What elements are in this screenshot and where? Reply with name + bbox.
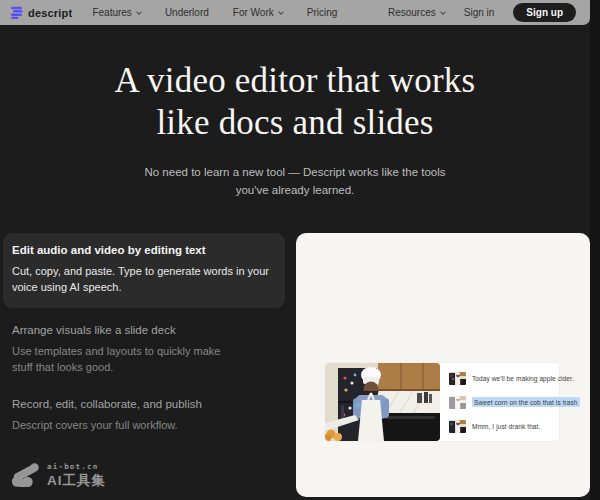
hero-title: A video editor that works like docs and … [0,60,590,144]
nav-item-underlord[interactable]: Underlord [165,7,209,18]
chevron-down-icon [440,9,446,15]
video-player-thumbnail [325,363,440,441]
scrollbar-track[interactable] [590,0,600,500]
transcript-text: Mmm, I just drank that. [472,423,540,430]
feature-title: Arrange visuals like a slide deck [12,324,271,336]
watermark: ai-bot.cn AI工具集 [10,460,106,491]
nav-item-label: Pricing [307,7,338,18]
transcript-row: Today we'll be making apple cider. [449,372,580,385]
ai-bot-logo-icon [10,460,41,491]
sign-in-link[interactable]: Sign in [464,7,495,18]
hero-subtitle-line1: No need to learn a new tool — Descript w… [144,166,445,178]
transcript-row-highlighted: Sweet corn on the cob that is trash [449,396,580,409]
feature-item-workflow[interactable]: Record, edit, collaborate, and publish D… [3,398,285,433]
sign-up-button[interactable]: Sign up [513,3,576,22]
watermark-text: ai-bot.cn AI工具集 [47,462,106,490]
nav-item-pricing[interactable]: Pricing [307,7,338,18]
watermark-title: AI工具集 [47,472,106,490]
feature-item-edit-by-text[interactable]: Edit audio and video by editing text Cut… [3,233,285,308]
feature-item-slide-deck[interactable]: Arrange visuals like a slide deck Use te… [3,324,285,375]
top-nav: descript Features Underlord For Work Pri… [0,0,590,25]
transcript-text-selected: Sweet corn on the cob that is trash [472,397,580,407]
brand-home-link[interactable]: descript [10,6,72,19]
feature-title: Record, edit, collaborate, and publish [12,398,271,410]
feature-body: Descript covers your full workflow. [12,417,244,433]
feature-title: Edit audio and video by editing text [12,244,271,256]
demo-panel: Today we'll be making apple cider. Sweet… [296,233,590,497]
feature-list: Edit audio and video by editing text Cut… [3,233,285,433]
nav-item-label: For Work [233,7,274,18]
brand-name: descript [28,7,72,19]
chevron-down-icon [278,9,284,15]
nav-item-resources[interactable]: Resources [388,7,445,18]
chef-kitchen-illustration [325,363,440,441]
descript-logo-icon [10,6,23,19]
nav-links: Features Underlord For Work Pricing [92,7,337,18]
nav-item-label: Underlord [165,7,209,18]
feature-body: Cut, copy, and paste. Type to generate w… [12,263,270,295]
clip-thumbnail-icon [449,396,466,409]
nav-item-label: Resources [388,7,436,18]
feature-body: Use templates and layouts to quickly mak… [12,343,244,375]
nav-actions: Resources Sign in Sign up [388,3,576,22]
app-screenshot: Today we'll be making apple cider. Sweet… [325,363,559,441]
descript-landing-page: descript Features Underlord For Work Pri… [0,0,600,500]
hero-title-line2: like docs and slides [0,102,590,144]
nav-item-for-work[interactable]: For Work [233,7,283,18]
clip-thumbnail-icon [449,420,466,433]
hero-subtitle-line2: you've already learned. [236,184,355,196]
nav-item-features[interactable]: Features [92,7,140,18]
nav-item-label: Features [92,7,131,18]
transcript-row: Mmm, I just drank that. [449,420,580,433]
watermark-url: ai-bot.cn [47,462,106,471]
hero-subtitle: No need to learn a new tool — Descript w… [0,163,590,199]
transcript-list: Today we'll be making apple cider. Sweet… [440,363,582,441]
hero-title-line1: A video editor that works [0,60,590,102]
transcript-text: Today we'll be making apple cider. [472,375,574,382]
chevron-down-icon [136,9,142,15]
clip-thumbnail-icon [449,372,466,385]
